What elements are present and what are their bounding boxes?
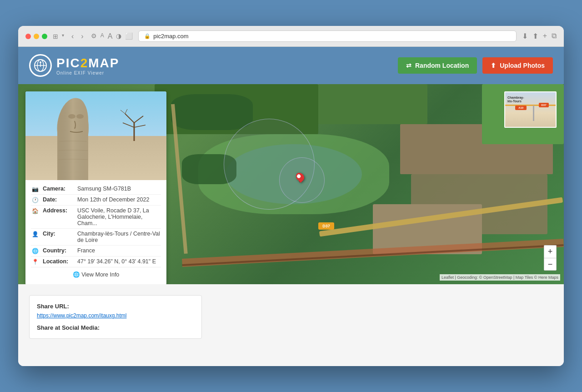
address-row: 🏠 Address: USC Voile, Rocade D 37, La Ga… (31, 206, 161, 229)
back-button[interactable]: ‹ (70, 31, 75, 41)
minimap: Chambray-lès-Tours A10 D37 (504, 91, 557, 128)
tab-icon[interactable]: ⬜ (125, 32, 133, 40)
browser-actions: ⬇ ⬆ + ⧉ (522, 32, 557, 40)
svg-line-9 (134, 125, 146, 127)
map-attribution: Leaflet | Geocoding: © OpenStreetMap | M… (440, 274, 560, 281)
tabs-icon[interactable]: ⧉ (552, 32, 557, 40)
random-icon: ⇄ (406, 62, 411, 69)
svg-line-7 (134, 116, 143, 123)
settings-toolbar: ⚙ A A ◑ ⬜ (91, 32, 133, 40)
location-icon: 📍 (31, 259, 39, 265)
reader-mode-icon[interactable]: ◑ (116, 32, 121, 40)
map-controls: + − (544, 245, 557, 271)
sidebar-chevron-icon[interactable]: ▾ (62, 33, 64, 40)
share-social-label: Share at Social Media: (37, 324, 194, 331)
logo-brand: PIC2MAP (56, 56, 120, 70)
upload-label: Upload Photos (500, 62, 545, 69)
share-box: Share URL: https://www.pic2map.com/itaux… (29, 295, 202, 339)
minimize-button[interactable] (34, 34, 39, 39)
date-row: 🕐 Date: Mon 12th of December 2022 (31, 195, 161, 206)
zoom-in-button[interactable]: + (544, 245, 557, 258)
app-header: PIC2MAP Online EXIF Viewer ⇄ Random Loca… (18, 47, 564, 84)
browser-nav: ‹ › (70, 31, 85, 41)
upload-icon: ⬆ (491, 62, 496, 69)
view-more-button[interactable]: 🌐 View More Info (31, 267, 161, 281)
minimap-inner: Chambray-lès-Tours A10 D37 (505, 92, 556, 127)
svg-line-8 (123, 123, 134, 127)
logo-icon (29, 54, 52, 77)
share-url-value[interactable]: https://www.pic2map.com/itauxg.html (37, 312, 194, 319)
map-section: D37 (18, 84, 564, 284)
lock-icon: 🔒 (144, 33, 151, 39)
logo: PIC2MAP Online EXIF Viewer (29, 54, 120, 77)
close-button[interactable] (25, 34, 31, 39)
browser-toolbar: ⊞ ▾ (53, 33, 64, 40)
photo-info: 📷 Camera: Samsung SM-G781B 🕐 Date: Mon 1… (25, 180, 166, 284)
photo-thumbnail (25, 91, 166, 180)
zoom-out-button[interactable]: − (544, 258, 557, 271)
svg-point-12 (68, 114, 75, 119)
url-text: pic2map.com (153, 33, 188, 40)
random-label: Random Location (415, 62, 469, 69)
upload-photos-button[interactable]: ⬆ Upload Photos (482, 57, 553, 74)
forward-button[interactable]: › (79, 31, 85, 41)
font-large-icon[interactable]: A (108, 32, 113, 40)
browser-window: ⊞ ▾ ‹ › ⚙ A A ◑ ⬜ 🔒 pic2map.com ⬇ ⬆ + ⧉ (18, 26, 564, 366)
maximize-button[interactable] (42, 34, 47, 39)
address-bar[interactable]: 🔒 pic2map.com (138, 30, 516, 42)
home-icon: 🏠 (31, 208, 39, 214)
logo-text: PIC2MAP Online EXIF Viewer (56, 56, 120, 75)
camera-row: 📷 Camera: Samsung SM-G781B (31, 184, 161, 195)
font-small-icon[interactable]: A (100, 32, 104, 40)
svg-line-10 (120, 110, 125, 114)
share-section: Share URL: https://www.pic2map.com/itaux… (18, 284, 564, 366)
clock-icon: 🕐 (31, 197, 39, 203)
svg-line-11 (125, 109, 127, 114)
svg-point-3 (40, 61, 41, 63)
random-location-button[interactable]: ⇄ Random Location (398, 57, 477, 74)
city-row: 👤 City: Chambray-lès-Tours / Centre-Val … (31, 229, 161, 246)
country-row: 🌐 Country: France (31, 246, 161, 256)
settings-icon[interactable]: ⚙ (91, 32, 97, 40)
share-icon[interactable]: ⬆ (532, 32, 538, 40)
svg-point-13 (76, 114, 84, 119)
share-url-label-text: Share URL: (37, 303, 69, 310)
photo-panel: 📷 Camera: Samsung SM-G781B 🕐 Date: Mon 1… (25, 91, 166, 284)
logo-subtitle: Online EXIF Viewer (56, 70, 120, 75)
map-pin (296, 172, 304, 182)
share-url-label: Share URL: (37, 303, 194, 310)
sidebar-icon[interactable]: ⊞ (53, 33, 58, 40)
header-buttons: ⇄ Random Location ⬆ Upload Photos (398, 57, 553, 74)
traffic-lights (25, 34, 47, 39)
download-icon[interactable]: ⬇ (522, 32, 528, 40)
person-icon: 👤 (31, 231, 39, 237)
svg-line-6 (125, 114, 134, 123)
new-tab-icon[interactable]: + (543, 32, 547, 40)
browser-chrome: ⊞ ▾ ‹ › ⚙ A A ◑ ⬜ 🔒 pic2map.com ⬇ ⬆ + ⧉ (18, 26, 564, 47)
location-row: 📍 Location: 47° 19' 34.26" N, 0° 43' 4.9… (31, 256, 161, 267)
camera-icon: 📷 (31, 186, 39, 192)
globe-icon: 🌐 (31, 248, 39, 254)
